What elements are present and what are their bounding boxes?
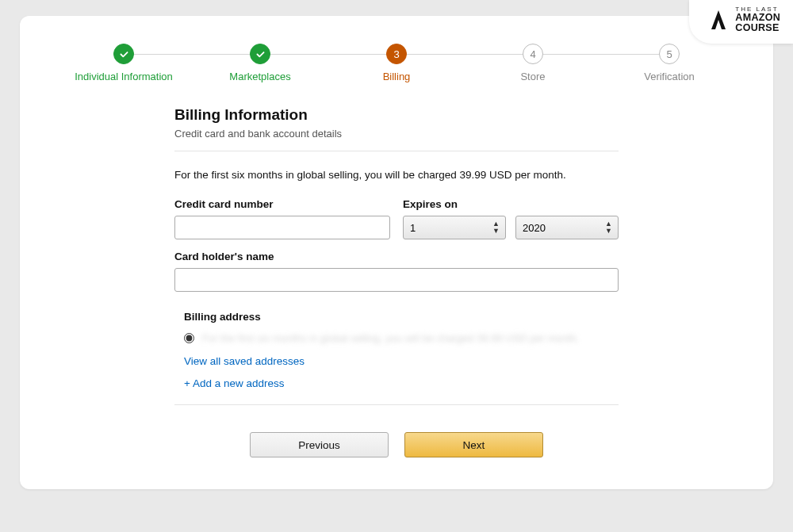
view-all-addresses-link[interactable]: View all saved addresses <box>184 355 305 367</box>
step-store: 4 Store <box>465 44 601 82</box>
step-circle-active: 3 <box>386 44 407 64</box>
step-circle-pending: 5 <box>659 44 680 64</box>
exp-year-select[interactable]: 2020 <box>515 216 619 239</box>
expires-group: Expires on 1 ▲▼ 2020 ▲▼ <box>403 198 619 239</box>
billing-address-heading: Billing address <box>184 311 619 323</box>
holder-label: Card holder's name <box>174 251 619 262</box>
add-new-address-link[interactable]: + Add a new address <box>184 377 284 389</box>
brand-line2: AMAZON <box>735 13 780 23</box>
exp-month-select[interactable]: 1 <box>403 216 506 239</box>
form-content: Billing Information Credit card and bank… <box>174 106 619 457</box>
brand-line3: COURSE <box>735 23 780 33</box>
check-icon <box>119 49 129 59</box>
step-circle-done <box>250 44 270 64</box>
card-number-label: Credit card number <box>174 198 390 210</box>
holder-group: Card holder's name <box>174 251 619 292</box>
main-card: Individual Information Marketplaces 3 Bi… <box>20 16 773 489</box>
divider <box>174 404 619 405</box>
check-icon <box>255 49 266 59</box>
step-label: Verification <box>601 71 737 82</box>
card-number-group: Credit card number <box>174 198 390 239</box>
button-row: Previous Next <box>174 432 619 457</box>
step-individual-information[interactable]: Individual Information <box>56 44 192 82</box>
billing-address-option[interactable]: For the first six months in global selli… <box>184 332 619 344</box>
billing-address-blurred-text: For the first six months in global selli… <box>202 332 579 344</box>
progress-stepper: Individual Information Marketplaces 3 Bi… <box>56 44 737 82</box>
card-row: Credit card number Expires on 1 ▲▼ 2020 <box>174 198 619 239</box>
brand-badge: THE LAST AMAZON COURSE <box>689 0 793 44</box>
step-marketplaces[interactable]: Marketplaces <box>192 44 328 82</box>
holder-input[interactable] <box>174 268 619 292</box>
next-button[interactable]: Next <box>404 432 543 457</box>
previous-button[interactable]: Previous <box>250 432 389 457</box>
step-label: Billing <box>328 71 465 82</box>
billing-address-radio[interactable] <box>184 333 194 343</box>
step-label: Marketplaces <box>192 71 328 82</box>
divider <box>174 151 619 151</box>
pricing-notice: For the first six months in global selli… <box>174 169 619 181</box>
expires-label: Expires on <box>403 198 619 210</box>
step-circle-done <box>113 44 134 64</box>
page-subtitle: Credit card and bank account details <box>174 128 619 140</box>
step-circle-pending: 4 <box>523 44 543 64</box>
brand-text: THE LAST AMAZON COURSE <box>735 6 780 33</box>
step-billing[interactable]: 3 Billing <box>328 44 465 82</box>
step-label: Individual Information <box>56 71 192 82</box>
page-title: Billing Information <box>174 106 619 124</box>
step-verification: 5 Verification <box>601 44 737 82</box>
billing-address-section: Billing address For the first six months… <box>174 311 619 405</box>
card-number-input[interactable] <box>174 216 390 239</box>
step-label: Store <box>465 71 601 82</box>
brand-logo-icon <box>708 9 729 31</box>
